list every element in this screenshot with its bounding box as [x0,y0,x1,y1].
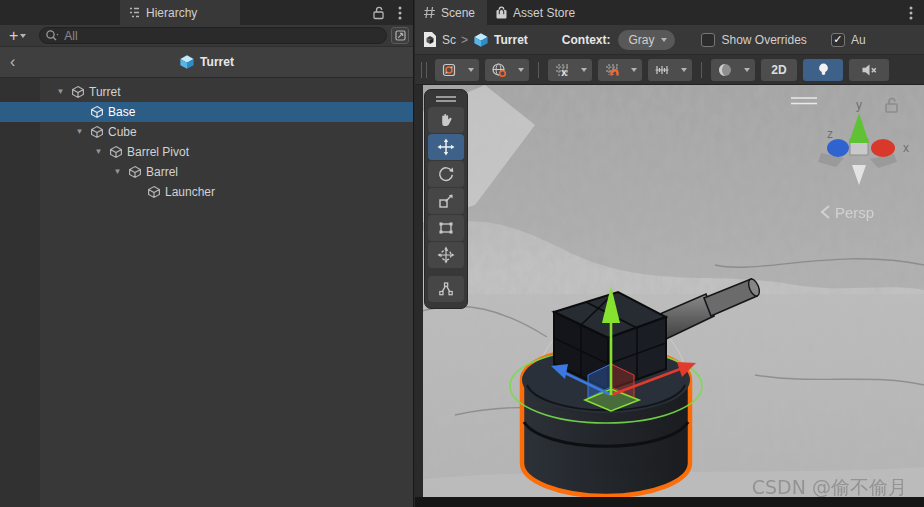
shading-mode-dropdown[interactable] [739,59,755,81]
grid-magnet-icon [604,62,620,78]
axis-x-cone[interactable] [871,139,895,157]
svg-text:X: X [561,68,567,78]
breadcrumb-scene[interactable]: Sc [442,33,456,47]
audio-mute-button[interactable] [849,59,889,81]
scene-view-toolbar: X [415,55,924,85]
scene-asset-icon [423,31,437,48]
pivot-icon [441,62,457,78]
tab-label: Asset Store [513,6,575,20]
prefab-header-bar: ‹ Turret [0,47,413,78]
grid-snapping-dropdown[interactable] [626,59,642,81]
snap-increment-dropdown[interactable] [676,59,692,81]
rect-tool-button[interactable] [428,215,464,241]
auto-save-checkbox[interactable]: ✓ [831,33,845,47]
overlay-drag-handle[interactable] [421,62,427,78]
custom-tool-button[interactable] [428,276,464,302]
breadcrumb-prefab[interactable]: Turret [494,33,528,47]
tool-handle-pivot-group [435,59,479,81]
speaker-muted-icon [861,63,878,77]
hierarchy-menu-icon[interactable] [393,5,407,21]
show-overrides-checkbox[interactable] [701,33,715,47]
prefab-back-button[interactable]: ‹ [6,54,19,70]
transform-tool-button[interactable] [428,242,464,268]
grid-axis-dropdown[interactable] [576,59,592,81]
scale-tool-button[interactable] [428,188,464,214]
hierarchy-toolbar: + [0,25,413,47]
prefab-cube-icon [179,54,195,70]
tree-item-label: Base [108,105,135,119]
auto-save-label: Au [851,33,866,47]
snap-increment-group [648,59,692,81]
rotation-dropdown[interactable] [513,59,529,81]
active-tab-accent [0,0,120,25]
tree-item-turret[interactable]: ▼ Turret [0,82,413,102]
tools-overlay [424,89,468,309]
tools-drag-handle[interactable] [436,96,456,102]
hierarchy-panel: Hierarchy + ‹ [0,0,414,507]
axis-z-label: z [827,127,833,141]
lighting-toggle-group [803,59,843,81]
snap-increment-button[interactable] [648,59,676,81]
unlock-icon[interactable] [372,5,385,20]
tree-item-barrel-pivot[interactable]: ▼ Barrel Pivot [0,142,413,162]
chevron-down-icon [20,34,26,38]
axis-y-label: y [856,98,862,112]
shading-mode-button[interactable] [711,59,739,81]
axis-z-cone[interactable] [827,139,849,157]
tree-item-base[interactable]: Base [0,102,413,122]
move-tool-button[interactable] [428,134,464,160]
create-object-button[interactable]: + [6,29,29,43]
hierarchy-list-icon [128,6,141,19]
search-field[interactable] [39,27,387,44]
scene-lighting-button[interactable] [803,59,843,81]
tree-item-cube[interactable]: ▼ Cube [0,122,413,142]
context-value: Gray [628,33,654,47]
tab-hierarchy[interactable]: Hierarchy [120,0,240,25]
grid-axis-icon: X [554,62,570,78]
2d-toggle-button[interactable]: 2D [761,59,797,81]
shading-mode-group [711,59,755,81]
tree-item-barrel[interactable]: ▼ Barrel [0,162,413,182]
tool-handle-rotation-button[interactable] [485,59,513,81]
snap-increment-icon [654,62,670,78]
scene-grid-icon [423,6,436,19]
tab-scene[interactable]: Scene [415,0,487,25]
projection-label[interactable]: Persp [835,204,874,221]
tree-item-label: Barrel Pivot [127,145,189,159]
scene-menu-icon[interactable] [904,5,918,21]
scene-tab-bar: Scene Asset Store [415,0,924,25]
tree-item-launcher[interactable]: Launcher [0,182,413,202]
rotate-tool-button[interactable] [428,161,464,187]
gameobject-icon [71,85,85,99]
move-icon [437,138,455,156]
tree-item-label: Barrel [146,165,178,179]
toolbar-separator [538,62,539,78]
scale-icon [437,192,455,210]
pivot-dropdown[interactable] [463,59,479,81]
prefab-cube-icon [473,32,489,48]
scene-viewport[interactable]: y x z Persp CSDN @偷不偷月 [415,85,924,507]
tab-label: Hierarchy [146,6,197,20]
search-input[interactable] [64,29,380,43]
foldout-expanded-icon[interactable]: ▼ [111,167,124,176]
tab-asset-store[interactable]: Asset Store [487,0,587,25]
scene-render: y x z Persp CSDN @偷不偷月 [415,85,924,507]
foldout-expanded-icon[interactable]: ▼ [73,127,86,136]
2d-toggle-group: 2D [761,59,797,81]
foldout-expanded-icon[interactable]: ▼ [92,147,105,156]
tool-handle-pivot-button[interactable] [435,59,463,81]
view-tool-button[interactable] [428,107,464,133]
grid-axis-button[interactable]: X [548,59,576,81]
chevron-down-icon [661,38,667,42]
grid-snapping-button[interactable] [598,59,626,81]
watermark: CSDN @偷不偷月 [752,476,907,498]
breadcrumb-separator: > [461,33,468,47]
open-search-window-icon[interactable] [391,27,409,44]
foldout-expanded-icon[interactable]: ▼ [54,87,67,96]
context-dropdown[interactable]: Gray [618,30,674,50]
prefab-breadcrumb-bar: Sc > Turret Context: Gray Show Overrides… [415,25,924,55]
toolbar-separator [701,62,702,78]
transform-icon [437,246,455,264]
scene-panel: Scene Asset Store Sc > Turret [415,0,924,507]
show-overrides-label: Show Overrides [722,33,807,47]
